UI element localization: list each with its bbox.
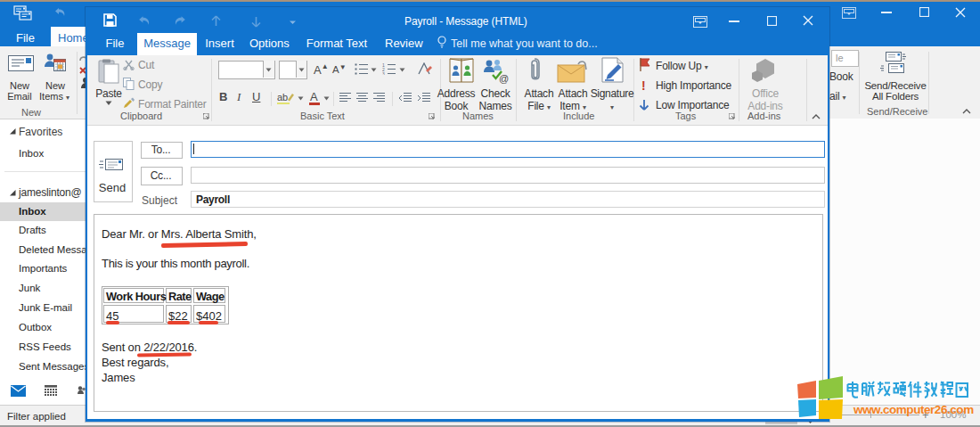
svg-text:3: 3 <box>382 71 385 76</box>
svg-text:ab: ab <box>277 92 288 103</box>
svg-text:@: @ <box>499 73 509 84</box>
